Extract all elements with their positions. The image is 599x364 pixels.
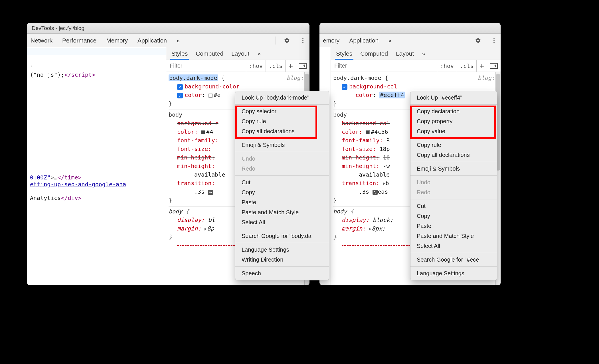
svg-point-5 — [493, 42, 495, 43]
mi-undo: Undo — [235, 154, 329, 164]
mi-search-google-r[interactable]: Search Google for "#ece — [410, 255, 497, 265]
hov-toggle-r[interactable]: :hov — [437, 60, 457, 72]
mi-copy-decl[interactable]: Copy declaration — [410, 106, 497, 116]
bezier-icon[interactable]: ∿ — [373, 190, 378, 195]
mi-copy-selector[interactable]: Copy selector — [235, 106, 329, 116]
kebab-icon[interactable] — [298, 36, 308, 45]
expand-icon[interactable] — [369, 228, 371, 230]
gear-icon[interactable] — [473, 36, 483, 45]
sidebar-toggle-icon[interactable] — [299, 63, 307, 69]
mi-paste-match[interactable]: Paste and Match Style — [235, 207, 329, 217]
mi-speech[interactable]: Speech — [235, 268, 329, 278]
selected-color-value[interactable]: #eceff4 — [379, 92, 404, 98]
cls-toggle-r[interactable]: .cls — [457, 60, 476, 72]
mi-paste[interactable]: Paste — [235, 197, 329, 207]
tab-more-r[interactable]: » — [386, 37, 393, 44]
svg-point-0 — [302, 38, 303, 39]
window-titlebar[interactable]: DevTools - jec.fyi/blog — [27, 23, 309, 34]
checkbox-icon[interactable]: ✓ — [177, 93, 183, 98]
toolbar-divider — [276, 37, 276, 45]
mi-search-google[interactable]: Search Google for "body.da — [235, 231, 329, 241]
tab-memory-partial[interactable]: emory — [321, 37, 341, 44]
styles-tab-strip: Styles Computed Layout » — [166, 47, 309, 60]
svg-point-2 — [302, 42, 303, 43]
window-title: DevTools - jec.fyi/blog — [32, 25, 84, 31]
mi-copy-all-decl[interactable]: Copy all declarations — [235, 126, 329, 136]
tab-application[interactable]: Application — [136, 37, 169, 44]
kebab-icon[interactable] — [489, 36, 499, 45]
mi-paste-match-r[interactable]: Paste and Match Style — [410, 231, 497, 241]
tab-network[interactable]: Network — [29, 37, 54, 44]
tab-memory[interactable]: Memory — [104, 37, 129, 44]
elements-dom-pane[interactable]: ` ("no-js");</script​> 0:00Z">…</time> e… — [27, 47, 166, 285]
mi-emoji[interactable]: Emoji & Symbols — [235, 140, 329, 150]
styles-filter-row: :hov .cls + — [166, 60, 309, 72]
mi-cut[interactable]: Cut — [235, 177, 329, 187]
tab-more[interactable]: » — [175, 37, 182, 44]
dom-line-time: 0:00Z">…</time> — [30, 174, 82, 181]
tab-styles[interactable]: Styles — [170, 48, 189, 60]
tab-more[interactable]: » — [256, 48, 262, 60]
mi-select-all-r[interactable]: Select All — [410, 241, 497, 251]
mi-copy-rule[interactable]: Copy rule — [235, 116, 329, 126]
mi-copy-all-r[interactable]: Copy all declarations — [410, 150, 497, 160]
main-toolbar-right: emory Application » — [319, 34, 501, 47]
mi-redo: Redo — [235, 164, 329, 174]
context-menu-right[interactable]: Look Up "#eceff4" Copy declaration Copy … — [410, 91, 497, 280]
tab-application-r[interactable]: Application — [347, 37, 380, 44]
dom-line-script: ("no-js");</script​> — [30, 71, 95, 78]
window-titlebar-right[interactable] — [319, 23, 501, 34]
checkbox-icon[interactable]: ✓ — [177, 84, 183, 90]
hov-toggle[interactable]: :hov — [246, 60, 266, 72]
dom-line-div: Analytics</div> — [30, 195, 82, 201]
mi-lang[interactable]: Language Settings — [235, 245, 329, 255]
expand-icon[interactable] — [383, 182, 385, 185]
svg-point-4 — [493, 40, 495, 41]
mi-lang-r[interactable]: Language Settings — [410, 268, 497, 278]
tab-layout-r[interactable]: Layout — [395, 48, 415, 60]
tab-performance[interactable]: Performance — [60, 37, 98, 44]
bezier-icon[interactable]: ∿ — [208, 190, 213, 195]
checkbox-icon[interactable]: ✓ — [342, 84, 347, 90]
styles-filter-input-r[interactable] — [331, 62, 437, 69]
gear-icon[interactable] — [282, 36, 292, 45]
mi-copy[interactable]: Copy — [235, 187, 329, 197]
tab-computed-r[interactable]: Computed — [359, 48, 389, 60]
mi-lookup[interactable]: Look Up "body.dark-mode" — [235, 93, 329, 103]
tab-more-r2[interactable]: » — [421, 48, 426, 60]
svg-point-3 — [493, 38, 495, 39]
context-menu-left[interactable]: Look Up "body.dark-mode" Copy selector C… — [235, 91, 329, 280]
mi-undo-r: Undo — [410, 177, 497, 187]
styles-filter-input[interactable] — [166, 62, 246, 69]
mi-select-all[interactable]: Select All — [235, 217, 329, 227]
tab-styles-r[interactable]: Styles — [335, 48, 353, 60]
mi-copy-prop[interactable]: Copy property — [410, 116, 497, 126]
tab-computed[interactable]: Computed — [195, 48, 224, 60]
dom-line-link[interactable]: etting-up-seo-and-google-ana — [30, 181, 126, 188]
mi-redo-r: Redo — [410, 187, 497, 197]
mi-emoji-r[interactable]: Emoji & Symbols — [410, 164, 497, 174]
mi-copy-val[interactable]: Copy value — [410, 126, 497, 136]
new-rule-button-r[interactable]: + — [476, 60, 487, 72]
mi-lookup-r[interactable]: Look Up "#eceff4" — [410, 93, 497, 103]
mi-copy-r[interactable]: Copy — [410, 211, 497, 221]
selector-dark-mode[interactable]: body.dark-mode — [169, 74, 218, 81]
svg-point-1 — [302, 40, 303, 41]
sidebar-toggle-icon-r[interactable] — [490, 63, 498, 69]
tab-layout[interactable]: Layout — [230, 48, 250, 60]
mi-writing-dir[interactable]: Writing Direction — [235, 255, 329, 265]
mi-paste-r[interactable]: Paste — [410, 221, 497, 231]
decl-bg[interactable]: ✓background-color — [169, 82, 307, 91]
main-toolbar: Network Performance Memory Application » — [27, 34, 309, 47]
cls-toggle[interactable]: .cls — [266, 60, 285, 72]
mi-copy-rule-r[interactable]: Copy rule — [410, 140, 497, 150]
mi-cut-r[interactable]: Cut — [410, 201, 497, 211]
expand-icon[interactable] — [205, 228, 207, 230]
new-rule-button[interactable]: + — [285, 60, 296, 72]
